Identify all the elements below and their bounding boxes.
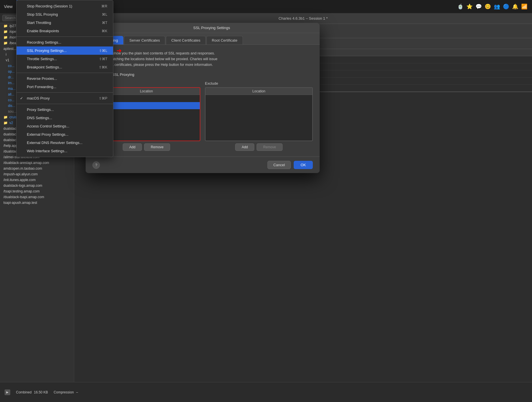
folder-icon: 📁 [3, 30, 8, 34]
exclude-table: Location [205, 87, 313, 141]
folder-icon: 📁 [3, 41, 8, 45]
folder-icon: 📁 [3, 121, 8, 125]
proxy-settings-label: Proxy Settings... [27, 107, 54, 112]
start-throttle-shortcut: ⌘T [102, 21, 107, 25]
list-item[interactable]: /mpush-api.aliyun.com [0, 171, 74, 177]
combined-size: 16.50 KB [34, 390, 48, 394]
enable-ssl-row: Enable SSL Proxying [92, 72, 313, 77]
include-exclude-section: Include Location *:* *:443 [92, 81, 313, 151]
breakpoint-settings-label: Breakpoint Settings... [27, 65, 62, 69]
throttle-settings-shortcut: ⇧⌘T [99, 57, 107, 61]
dialog-tab-root-cert[interactable]: Root Certificate [206, 36, 243, 44]
menu-external-proxy[interactable]: External Proxy Settings... [17, 130, 113, 139]
menu-stop-ssl[interactable]: Stop SSL Proxying ⌘L [17, 10, 113, 19]
dialog-tab-server-certs[interactable]: Server Certificates [124, 36, 165, 44]
list-item[interactable]: /init.itunes.apple.com [0, 177, 74, 183]
external-dns-label: External DNS Resolver Settings... [27, 141, 82, 145]
include-add-button[interactable]: Add [123, 143, 142, 151]
wifi-icon: 📶 [521, 3, 527, 10]
menu-ssl-proxying-settings[interactable]: SSL Proxying Settings... ⇧⌘L ➜ [17, 46, 113, 55]
face-icon: 😊 [485, 3, 491, 10]
cancel-button[interactable]: Cancel [267, 161, 291, 169]
cup-icon: 🍵 [457, 3, 464, 10]
menu-view[interactable]: View [0, 0, 17, 13]
wechat-icon: 💬 [475, 3, 482, 10]
play-button[interactable]: ▶ [5, 389, 10, 395]
list-item[interactable]: /tsapi.testing.amap.com [0, 188, 74, 194]
menu-breakpoint-settings[interactable]: Breakpoint Settings... ⇧⌘K [17, 63, 113, 71]
dns-settings-label: DNS Settings... [27, 116, 52, 120]
exclude-remove-button[interactable]: Remove [257, 143, 283, 151]
menu-dns-settings[interactable]: DNS Settings... [17, 114, 113, 122]
external-proxy-label: External Proxy Settings... [27, 132, 68, 137]
reverse-proxies-label: Reverse Proxies... [27, 76, 57, 81]
access-control-label: Access Control Settings... [27, 124, 69, 128]
list-item[interactable]: /dualstack-arestapi.amap.com [0, 160, 74, 166]
dialog-actions: Cancel OK [267, 161, 313, 169]
separator-1 [17, 36, 113, 37]
menu-recording-settings[interactable]: Recording Settings... [17, 38, 113, 46]
enable-breakpoints-shortcut: ⌘K [102, 29, 107, 33]
menu-web-interface[interactable]: Web Interface Settings... [17, 147, 113, 155]
menubar-icons: 🍵 ⭐ 💬 😊 👥 🔵 🔔 📶 [457, 3, 532, 10]
bell-icon: 🔔 [512, 3, 518, 10]
exclude-section: Exclude Location Add Remove [205, 81, 313, 151]
menu-macos-proxy[interactable]: ✓ macOS Proxy ⇧⌘P [17, 94, 113, 102]
menu-proxy-settings[interactable]: Proxy Settings... [17, 105, 113, 114]
menu-start-throttle[interactable]: Start Throttling ⌘T [17, 19, 113, 27]
exclude-buttons: Add Remove [205, 143, 313, 151]
macos-proxy-label: macOS Proxy [27, 96, 50, 100]
menu-reverse-proxies[interactable]: Reverse Proxies... [17, 74, 113, 83]
list-item[interactable]: /dualstack-tsapi.amap.com [0, 194, 74, 200]
menu-throttle-settings[interactable]: Throttle Settings... ⇧⌘T [17, 55, 113, 63]
folder-icon: 📁 [3, 35, 8, 39]
compression-value: – [76, 390, 78, 394]
separator-2 [17, 73, 113, 73]
ssl-settings-dialog: SSL Proxying Settings SSL Proxying Serve… [86, 23, 320, 173]
dialog-tab-client-certs[interactable]: Client Certificates [166, 36, 206, 44]
people-icon: 👥 [494, 3, 500, 10]
check-icon: ✓ [20, 96, 23, 100]
ok-button[interactable]: OK [294, 161, 313, 169]
menu-access-control[interactable]: Access Control Settings... [17, 122, 113, 130]
combined-stat: Combined 16.50 KB [16, 390, 48, 394]
star-icon: ⭐ [466, 3, 473, 10]
menu-external-dns[interactable]: External DNS Resolver Settings... [17, 139, 113, 147]
list-item[interactable]: amdcopen.m.taobao.com [0, 166, 74, 171]
exclude-add-button[interactable]: Add [235, 143, 254, 151]
port-forwarding-label: Port Forwarding... [27, 85, 56, 89]
charles-title: Charles 4.6.3b1 – Session 1 * [74, 13, 532, 24]
proxy-dropdown-menu: Stop Recording (Session 1) ⌘R Stop SSL P… [16, 0, 113, 157]
breakpoint-settings-shortcut: ⇧⌘K [99, 65, 107, 69]
include-remove-button[interactable]: Remove [144, 143, 170, 151]
menu-port-forwarding[interactable]: Port Forwarding... [17, 83, 113, 91]
dialog-body: Charles can show you the plain text cont… [86, 45, 320, 157]
help-button[interactable]: ? [92, 161, 100, 169]
dialog-description: Charles can show you the plain text cont… [92, 50, 313, 68]
stop-recording-label: Stop Recording (Session 1) [27, 4, 72, 8]
bottom-bar: ▶ Combined 16.50 KB Compression – [0, 382, 532, 402]
dialog-title: SSL Proxying Settings [107, 26, 316, 30]
stop-ssl-shortcut: ⌘L [102, 13, 107, 17]
stop-recording-shortcut: ⌘R [101, 4, 107, 8]
exclude-label: Exclude [205, 81, 313, 86]
arrow-annotation: ➜ [116, 47, 122, 54]
circle-icon: 🔵 [503, 3, 509, 10]
combined-label: Combined [16, 390, 32, 394]
compression-label: Compression [54, 390, 74, 394]
recording-settings-label: Recording Settings... [27, 40, 61, 44]
stop-ssl-label: Stop SSL Proxying [27, 12, 58, 17]
web-interface-label: Web Interface Settings... [27, 149, 67, 153]
compression-stat: Compression – [54, 390, 78, 394]
throttle-settings-label: Throttle Settings... [27, 57, 57, 61]
menu-stop-recording[interactable]: Stop Recording (Session 1) ⌘R [17, 2, 113, 10]
dialog-tab-bar: SSL Proxying Server Certificates Client … [86, 33, 320, 45]
folder-icon: 📁 [3, 115, 8, 119]
dialog-titlebar: SSL Proxying Settings [86, 23, 320, 33]
separator-4 [17, 104, 113, 104]
menu-enable-breakpoints[interactable]: Enable Breakpoints ⌘K [17, 27, 113, 35]
separator-3 [17, 92, 113, 93]
list-item[interactable]: dualstack-logs.amap.com [0, 183, 74, 188]
exclude-table-body [205, 95, 312, 141]
list-item[interactable]: tsapi-apush.amap.test [0, 200, 74, 206]
